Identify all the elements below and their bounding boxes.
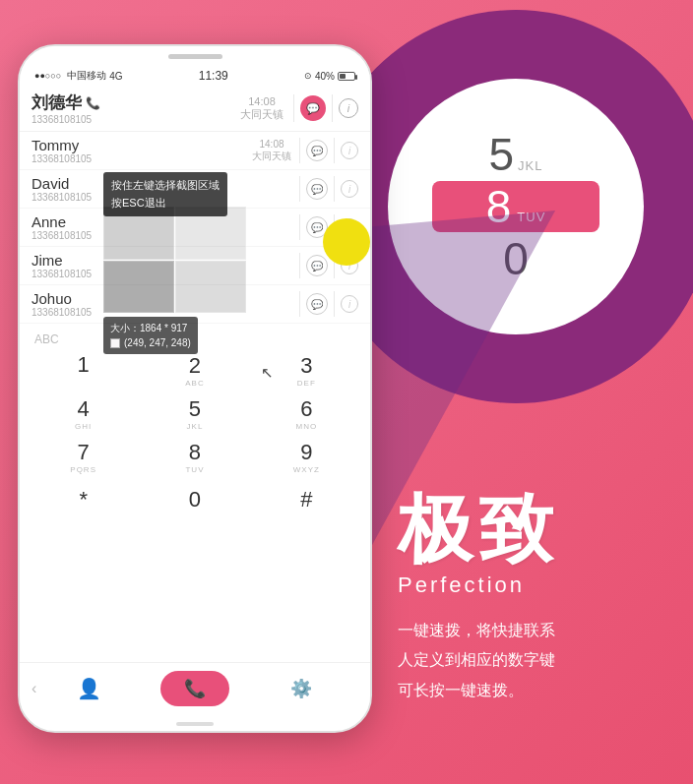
divider-jime	[299, 253, 300, 278]
dialpad: 1 2 ABC 3 DEF 4 GHI 5	[20, 349, 370, 520]
contact-row-tommy[interactable]: Tommy 13368108105 14:08 大同天镇 💬 i	[20, 132, 370, 170]
signal-dots: ●●○○○	[34, 71, 61, 81]
dial-key-6[interactable]: 6 MNO	[263, 392, 349, 434]
screenshot-size: 大小：1864 * 917	[110, 321, 191, 335]
carrier-label: 中国移动	[67, 69, 106, 83]
msg-btn-david[interactable]: 💬	[306, 178, 328, 200]
contact-header: 刘德华 📞 13368108105 14:08 大同天镇 💬 i	[20, 86, 370, 132]
battery-percent: 40%	[315, 71, 335, 82]
contact-header-left: 刘德华 📞 13368108105	[32, 91, 240, 125]
divider-anne	[299, 214, 300, 240]
dial-key-4[interactable]: 4 GHI	[40, 392, 127, 434]
dial-key-star[interactable]: *	[40, 479, 127, 520]
contact-header-name: 刘德华	[32, 91, 82, 114]
phone-wrapper: ●●○○○ 中国移动 4G 11:39 ⊙ 40% 刘德华 📞	[18, 44, 372, 733]
location-icon: ⊙	[304, 71, 312, 81]
phone-top	[20, 46, 370, 66]
screenshot-info-box: 大小：1864 * 917 (249, 247, 248)	[103, 317, 198, 354]
tooltip-line1: 按住左键选择截图区域	[111, 177, 220, 195]
phone-bottom-bar: ‹ 👤 📞 ⚙️	[20, 662, 370, 713]
screenshot-tooltip: 按住左键选择截图区域 按ESC退出	[103, 172, 227, 216]
tooltip-line2: 按ESC退出	[111, 195, 220, 212]
contact-header-actions: 💬 i	[293, 94, 358, 122]
yellow-dot	[323, 218, 370, 266]
dial-key-5[interactable]: 5 JKL	[152, 392, 238, 434]
divider-line2	[332, 94, 333, 122]
tommy-time: 14:08	[252, 139, 291, 150]
divider-tommy2	[334, 138, 335, 163]
status-time: 11:39	[199, 69, 228, 83]
divider-johuo2	[334, 291, 335, 317]
contact-header-time-col: 14:08 大同天镇	[240, 95, 284, 122]
back-arrow-btn[interactable]: ‹	[32, 680, 36, 697]
dialpad-row-3: 7 PQRS 8 TUV 9 WXYZ	[28, 436, 362, 477]
dial-key-9[interactable]: 9 WXYZ	[263, 436, 349, 477]
phone-speaker	[168, 54, 222, 59]
dial-display-5-sub: JKL	[518, 158, 542, 173]
desc-text: 一键速拨，将快捷联系 人定义到相应的数字键 可长按一键速拨。	[398, 616, 678, 705]
msg-btn-johuo[interactable]: 💬	[306, 293, 328, 315]
network-label: 4G	[109, 71, 122, 82]
grid-cell-br	[175, 261, 246, 314]
subheading-perfection: Perfection	[398, 573, 678, 598]
dialpad-row-2: 4 GHI 5 JKL 6 MNO	[28, 392, 362, 434]
dialpad-row-1: 1 2 ABC 3 DEF	[28, 349, 362, 391]
divider-johuo	[299, 291, 300, 317]
right-content-area: 极致 Perfection 一键速拨，将快捷联系 人定义到相应的数字键 可长按一…	[393, 492, 678, 705]
msg-btn-jime[interactable]: 💬	[306, 255, 328, 276]
call-button[interactable]: 📞	[160, 671, 229, 706]
info-btn-tommy[interactable]: i	[341, 142, 358, 159]
dial-key-7[interactable]: 7 PQRS	[40, 436, 127, 477]
screenshot-color: (249, 247, 248)	[110, 335, 191, 350]
dial-key-3[interactable]: 3 DEF	[263, 349, 349, 391]
abc-label: ABC	[34, 332, 59, 346]
msg-btn-tommy[interactable]: 💬	[306, 140, 328, 161]
dial-display-5: 5	[489, 132, 515, 177]
home-indicator	[176, 722, 214, 726]
contact-name-tommy: Tommy	[32, 137, 252, 153]
desc-line3: 可长按一键速拨。	[398, 676, 678, 705]
cursor-arrow: ↖	[261, 364, 274, 382]
battery-icon	[338, 72, 355, 81]
contact-header-time: 14:08	[240, 95, 284, 107]
dial-key-1[interactable]: 1	[40, 349, 127, 391]
desc-line2: 人定义到相应的数字键	[398, 645, 678, 675]
divider-david2	[334, 176, 335, 202]
phone-frame: ●●○○○ 中国移动 4G 11:39 ⊙ 40% 刘德华 📞	[18, 44, 372, 733]
dial-key-8[interactable]: 8 TUV	[152, 436, 238, 477]
dialpad-row-4: * 0 #	[28, 479, 362, 520]
status-right: ⊙ 40%	[304, 71, 355, 82]
divider-david	[299, 176, 300, 202]
divider-tommy	[299, 138, 300, 163]
status-left: ●●○○○ 中国移动 4G	[34, 69, 123, 83]
screenshot-grid	[103, 207, 246, 313]
dial-key-0[interactable]: 0	[152, 479, 238, 520]
contact-header-location: 大同天镇	[240, 107, 284, 122]
contact-phone-tommy: 13368108105	[32, 153, 252, 164]
contact-header-name-row: 刘德华 📞	[32, 91, 240, 114]
contacts-icon-btn[interactable]: 👤	[71, 671, 106, 706]
message-btn-pink[interactable]: 💬	[300, 95, 326, 121]
desc-line1: 一键速拨，将快捷联系	[398, 616, 678, 645]
phone-icon-pink: 📞	[86, 96, 100, 110]
info-btn-david[interactable]: i	[341, 180, 358, 198]
dial-key-hash[interactable]: #	[263, 479, 349, 520]
settings-icon-btn[interactable]: ⚙️	[284, 671, 319, 706]
contact-header-phone: 13368108105	[32, 114, 240, 125]
screenshot-color-val: (249, 247, 248)	[124, 335, 191, 350]
heading-jizhi: 极致	[398, 492, 678, 567]
info-btn[interactable]: i	[339, 98, 358, 118]
grid-cell-bl	[103, 261, 174, 314]
status-bar: ●●○○○ 中国移动 4G 11:39 ⊙ 40%	[20, 66, 370, 86]
info-btn-johuo[interactable]: i	[341, 295, 358, 313]
tommy-location: 大同天镇	[252, 150, 291, 163]
divider-line	[293, 94, 294, 122]
dial-key-2[interactable]: 2 ABC	[152, 349, 238, 391]
